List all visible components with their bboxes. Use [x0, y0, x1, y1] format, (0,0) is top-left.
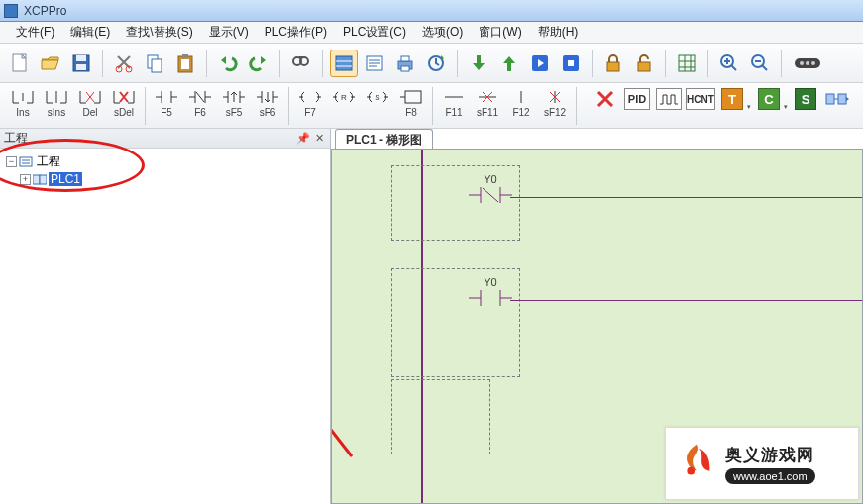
- lad-sf5[interactable]: sF5: [217, 85, 251, 118]
- project-panel-title: 工程: [4, 130, 28, 147]
- svg-rect-34: [826, 94, 834, 104]
- menu-view[interactable]: 显示(V): [201, 22, 257, 43]
- open-button[interactable]: [37, 50, 64, 77]
- svg-rect-21: [568, 60, 574, 66]
- run-button[interactable]: [526, 50, 554, 77]
- lad-f12[interactable]: F12: [504, 85, 538, 118]
- menu-plcop[interactable]: PLC操作(P): [257, 22, 335, 43]
- lad-f7[interactable]: F7: [293, 85, 327, 118]
- lad-sf11[interactable]: sF11: [471, 85, 504, 118]
- menu-option[interactable]: 选项(O): [414, 22, 471, 43]
- lad-sf6[interactable]: sF6: [251, 85, 284, 118]
- rung-wire-1: [510, 197, 862, 198]
- lad-sdel[interactable]: sDel: [107, 85, 141, 118]
- chevron-down-icon[interactable]: ▾: [784, 103, 788, 111]
- title-bar: XCPPro: [0, 0, 863, 22]
- stop-button[interactable]: [557, 50, 585, 77]
- collapse-icon[interactable]: −: [6, 156, 17, 167]
- pin-icon[interactable]: 📌: [296, 132, 310, 146]
- editor-tabstrip: PLC1 - 梯形图: [331, 129, 863, 149]
- paste-button[interactable]: [171, 50, 199, 77]
- tree-root[interactable]: − 工程: [6, 152, 324, 170]
- upload-button[interactable]: [495, 50, 523, 77]
- menu-file[interactable]: 文件(F): [8, 22, 62, 43]
- svg-rect-9: [181, 59, 189, 69]
- flame-icon: [674, 441, 719, 486]
- step-button[interactable]: S: [792, 85, 819, 113]
- watermark-logo: 奥义游戏网 www.aoe1.com: [665, 427, 859, 500]
- lad-sf12[interactable]: sF12: [538, 85, 572, 118]
- svg-rect-17: [401, 66, 409, 71]
- expand-icon[interactable]: +: [20, 174, 31, 185]
- project-panel-header: 工程 📌 ✕: [0, 129, 330, 149]
- lad-sf7-r[interactable]: R: [327, 85, 361, 118]
- menu-bar: 文件(F) 编辑(E) 查找\替换(S) 显示(V) PLC操作(P) PLC设…: [0, 22, 863, 44]
- lad-sf7-s[interactable]: S: [361, 85, 394, 118]
- lad-ins[interactable]: Ins: [6, 85, 40, 118]
- save-button[interactable]: [67, 50, 95, 77]
- lad-sins[interactable]: sIns: [40, 85, 73, 118]
- menu-window[interactable]: 窗口(W): [471, 22, 529, 43]
- lock-button[interactable]: [599, 50, 627, 77]
- menu-search[interactable]: 查找\替换(S): [118, 22, 200, 43]
- watermark-title: 奥义游戏网: [725, 444, 814, 466]
- block-button[interactable]: [823, 85, 851, 113]
- redo-button[interactable]: [245, 50, 272, 77]
- pid-button[interactable]: PID: [623, 85, 651, 113]
- app-title: XCPPro: [24, 4, 66, 18]
- refresh-button[interactable]: [422, 50, 450, 77]
- close-icon[interactable]: ✕: [312, 132, 326, 146]
- app-icon: [4, 4, 18, 18]
- zoom-out-button[interactable]: [746, 50, 774, 77]
- lad-f6[interactable]: F6: [183, 85, 217, 118]
- svg-rect-33: [405, 91, 421, 103]
- download-button[interactable]: [465, 50, 492, 77]
- project-icon: [19, 155, 33, 167]
- tab-plc1-ladder[interactable]: PLC1 - 梯形图: [335, 129, 433, 149]
- lad-f8[interactable]: F8: [394, 85, 428, 118]
- undo-button[interactable]: [214, 50, 242, 77]
- svg-rect-7: [152, 59, 162, 72]
- contact-no-2[interactable]: Y0: [469, 276, 512, 308]
- menu-plccfg[interactable]: PLC设置(C): [335, 22, 414, 43]
- connector-button[interactable]: [789, 50, 826, 77]
- toolbar-main: [0, 44, 863, 83]
- pulse-button[interactable]: [655, 85, 683, 113]
- grid-button[interactable]: [673, 50, 701, 77]
- contact-nc-1[interactable]: Y0: [469, 173, 512, 205]
- svg-rect-16: [401, 56, 409, 61]
- svg-rect-10: [182, 54, 188, 58]
- instruction-view-button[interactable]: [361, 50, 388, 77]
- menu-edit[interactable]: 编辑(E): [62, 22, 118, 43]
- unlock-button[interactable]: [630, 50, 658, 77]
- cut-button[interactable]: [110, 50, 138, 77]
- counter-button[interactable]: C: [755, 85, 783, 113]
- menu-help[interactable]: 帮助(H): [530, 22, 587, 43]
- svg-rect-3: [76, 64, 86, 70]
- svg-rect-37: [33, 175, 40, 184]
- svg-text:S: S: [375, 93, 379, 102]
- svg-point-29: [806, 61, 809, 65]
- print-button[interactable]: [391, 50, 419, 77]
- svg-text:R: R: [341, 93, 347, 102]
- svg-rect-23: [638, 62, 650, 71]
- project-tree[interactable]: − 工程 + PLC1: [0, 149, 330, 192]
- find-button[interactable]: [287, 50, 315, 77]
- timer-button[interactable]: T: [718, 85, 746, 113]
- hcnt-button[interactable]: HCNT: [687, 85, 714, 113]
- copy-button[interactable]: [141, 50, 168, 77]
- delete-rung-button[interactable]: [592, 85, 619, 113]
- annotation-arrow: [331, 169, 372, 466]
- lad-f11[interactable]: F11: [437, 85, 471, 118]
- lad-del[interactable]: Del: [73, 85, 107, 118]
- chevron-down-icon[interactable]: ▾: [747, 103, 751, 111]
- zoom-in-button[interactable]: [715, 50, 743, 77]
- ladder-view-button[interactable]: [330, 50, 358, 77]
- new-button[interactable]: [6, 50, 34, 77]
- svg-point-28: [800, 61, 804, 65]
- lad-f5[interactable]: F5: [150, 85, 183, 118]
- svg-rect-35: [838, 94, 846, 104]
- rung-wire-2: [510, 300, 862, 301]
- tree-item-plc1[interactable]: + PLC1: [6, 170, 324, 188]
- plc-icon: [33, 173, 47, 185]
